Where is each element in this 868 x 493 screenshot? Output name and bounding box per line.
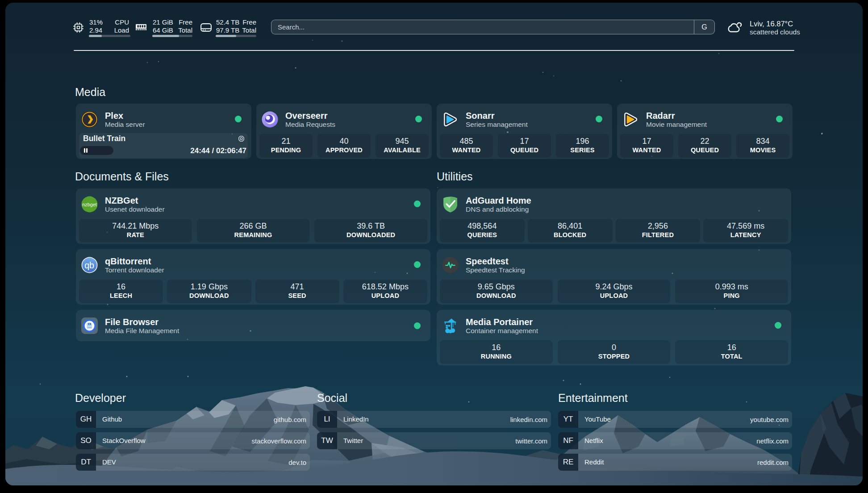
svg-text:qb: qb [84,260,94,270]
svg-text:nzbget: nzbget [82,202,96,207]
